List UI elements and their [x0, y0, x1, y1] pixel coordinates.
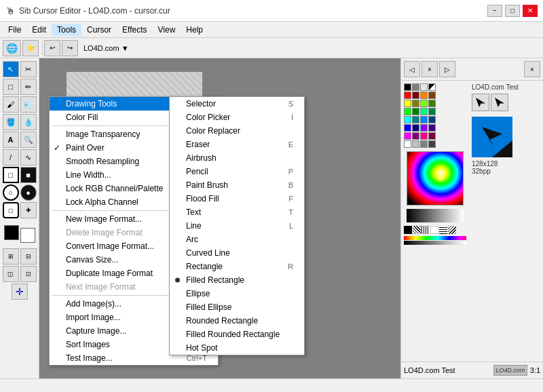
- tool-colorpicker[interactable]: 💧: [20, 114, 37, 130]
- tool-hotspot2[interactable]: ✛: [12, 283, 28, 300]
- color-orange[interactable]: [420, 92, 428, 99]
- color-darkgreen[interactable]: [412, 108, 419, 115]
- tool-selector[interactable]: ↖: [3, 61, 19, 77]
- color-darkblue[interactable]: [412, 124, 419, 132]
- color-magenta[interactable]: [404, 132, 411, 140]
- dt-line[interactable]: Line L: [170, 219, 304, 233]
- color-rose[interactable]: [420, 132, 428, 140]
- color-darkpurple[interactable]: [428, 124, 436, 132]
- tool-zoom[interactable]: 🔍: [20, 132, 37, 148]
- dt-ellipse[interactable]: Ellipse: [170, 287, 304, 300]
- tool-hotspot[interactable]: ✚: [20, 202, 37, 218]
- tool-grid2[interactable]: ⊟: [20, 248, 37, 264]
- color-darkcyan[interactable]: [412, 116, 419, 123]
- tool-pencil[interactable]: ✏: [20, 79, 37, 95]
- color-invert[interactable]: [428, 83, 436, 91]
- menu-tools[interactable]: Tools: [52, 24, 81, 36]
- menu-cursor[interactable]: Cursor: [81, 24, 117, 36]
- minimize-button[interactable]: −: [487, 5, 502, 17]
- close-button[interactable]: ✕: [523, 5, 538, 17]
- right-close[interactable]: ×: [524, 61, 540, 77]
- toolbar-undo[interactable]: ↩: [44, 40, 60, 56]
- dt-selector[interactable]: Selector S: [170, 97, 304, 111]
- dt-airbrush[interactable]: Airbrush: [170, 151, 304, 165]
- right-btn1[interactable]: ◁: [404, 61, 420, 77]
- strip-gray[interactable]: [404, 241, 466, 245]
- color-springgreen[interactable]: [420, 108, 428, 115]
- dt-text[interactable]: Text T: [170, 205, 304, 219]
- lo4d-dropdown[interactable]: LO4D.com ▼: [79, 44, 133, 52]
- tool-ellipse[interactable]: ○: [3, 184, 19, 201]
- thumb-1[interactable]: [472, 94, 489, 111]
- color-green[interactable]: [404, 108, 411, 115]
- color-white[interactable]: [404, 140, 411, 148]
- right-btn2[interactable]: ×: [422, 61, 438, 77]
- dt-curved-line[interactable]: Curved Line: [170, 246, 304, 260]
- pattern-solid[interactable]: [404, 226, 412, 234]
- gradient-secondary[interactable]: [407, 209, 464, 222]
- pattern-white[interactable]: [430, 226, 438, 234]
- dt-flood-fill[interactable]: Flood Fill F: [170, 192, 304, 205]
- right-btn3[interactable]: ▷: [439, 61, 455, 77]
- dt-paint-brush[interactable]: Paint Brush B: [170, 178, 304, 192]
- color-darkred[interactable]: [412, 92, 419, 99]
- tool-filledrect[interactable]: ■: [20, 167, 37, 183]
- color-purple[interactable]: [420, 124, 428, 132]
- tool-eraser[interactable]: □: [3, 79, 19, 95]
- tool-line[interactable]: /: [3, 149, 19, 165]
- tool-filledellipse[interactable]: ●: [20, 184, 37, 201]
- tool-grid[interactable]: ⊞: [3, 248, 19, 264]
- tool-airbrush[interactable]: 💨: [20, 96, 37, 113]
- tool-paintbrush[interactable]: 🖌: [3, 96, 19, 113]
- bg-color[interactable]: [20, 228, 35, 243]
- tool-btn1[interactable]: ◫: [3, 266, 19, 282]
- tool-text[interactable]: A: [3, 132, 19, 148]
- pattern-hatch3[interactable]: [439, 226, 447, 234]
- color-darkmagenta[interactable]: [412, 132, 419, 140]
- tool-fill[interactable]: 🪣: [3, 114, 19, 130]
- color-darkgray[interactable]: [412, 83, 419, 91]
- menu-effects[interactable]: Effects: [117, 24, 152, 36]
- maximize-button[interactable]: □: [505, 5, 520, 17]
- color-darkyellowgreen[interactable]: [428, 100, 436, 107]
- color-darkgray2[interactable]: [428, 140, 436, 148]
- dt-color-picker[interactable]: Color Picker I: [170, 111, 304, 124]
- color-darkorange[interactable]: [428, 92, 436, 99]
- color-yellowgreen[interactable]: [420, 100, 428, 107]
- menu-edit[interactable]: Edit: [26, 24, 52, 36]
- dt-hot-spot[interactable]: Hot Spot: [170, 341, 304, 355]
- pattern-hatch1[interactable]: [413, 226, 421, 234]
- color-cyan[interactable]: [404, 116, 411, 123]
- color-lightgray[interactable]: [412, 140, 419, 148]
- color-transparent[interactable]: [420, 83, 428, 91]
- cursor-preview[interactable]: [472, 117, 512, 157]
- strip-rainbow[interactable]: [404, 236, 466, 240]
- color-black[interactable]: [404, 83, 411, 91]
- dt-filled-rectangle[interactable]: Filled Rectangle: [170, 273, 304, 287]
- menu-file[interactable]: File: [3, 24, 26, 36]
- menu-help[interactable]: Help: [181, 24, 208, 36]
- color-cornflowerblue[interactable]: [420, 116, 428, 123]
- dt-color-replacer[interactable]: Color Replacer: [170, 124, 304, 138]
- thumb-2[interactable]: [491, 94, 508, 111]
- color-gray2[interactable]: [420, 140, 428, 148]
- color-darkspringgreen[interactable]: [428, 108, 436, 115]
- color-blue[interactable]: [404, 124, 411, 132]
- tool-curve[interactable]: ∿: [20, 149, 37, 165]
- fg-color[interactable]: [4, 225, 19, 240]
- drawing-tools-submenu[interactable]: Selector S Color Picker I Color Replacer…: [169, 96, 305, 355]
- dt-filled-ellipse[interactable]: Filled Ellipse: [170, 300, 304, 314]
- toolbar-btn2[interactable]: ⭐: [22, 40, 39, 56]
- dt-pencil[interactable]: Pencil P: [170, 165, 304, 178]
- tool-crop[interactable]: ✂: [20, 61, 37, 77]
- tool-roundedrect[interactable]: ▢: [3, 202, 19, 218]
- pattern-hatch4[interactable]: [448, 226, 456, 234]
- toolbar-lo4d[interactable]: 🌐: [3, 40, 21, 56]
- tool-btn2[interactable]: ⊡: [20, 266, 37, 282]
- toolbar-redo[interactable]: ↪: [62, 40, 78, 56]
- color-yellow[interactable]: [404, 100, 411, 107]
- color-red[interactable]: [404, 92, 411, 99]
- pattern-hatch2[interactable]: [422, 226, 430, 234]
- color-darkcornflowerblue[interactable]: [428, 116, 436, 123]
- dt-arc[interactable]: Arc: [170, 233, 304, 246]
